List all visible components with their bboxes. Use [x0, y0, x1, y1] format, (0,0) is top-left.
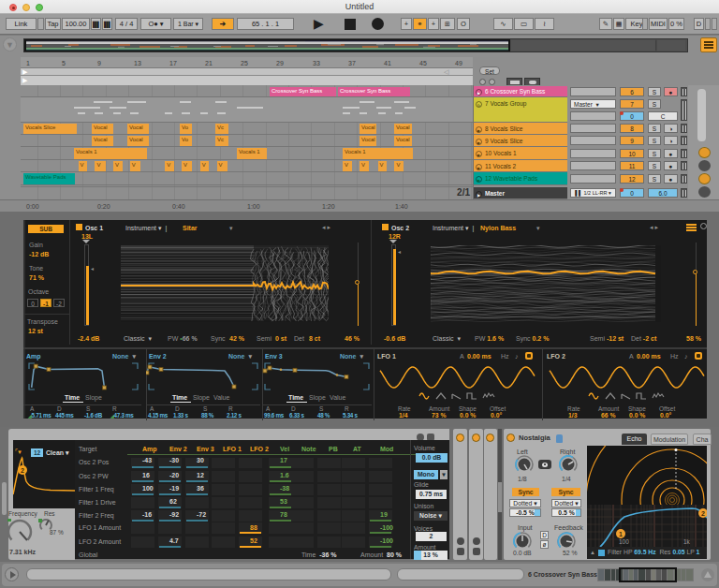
svg-text:100: 100 [619, 538, 629, 545]
svg-text:2: 2 [701, 510, 705, 517]
svg-text:1k: 1k [683, 538, 691, 545]
svg-text:1: 1 [619, 531, 623, 537]
svg-text:2: 2 [21, 467, 24, 474]
